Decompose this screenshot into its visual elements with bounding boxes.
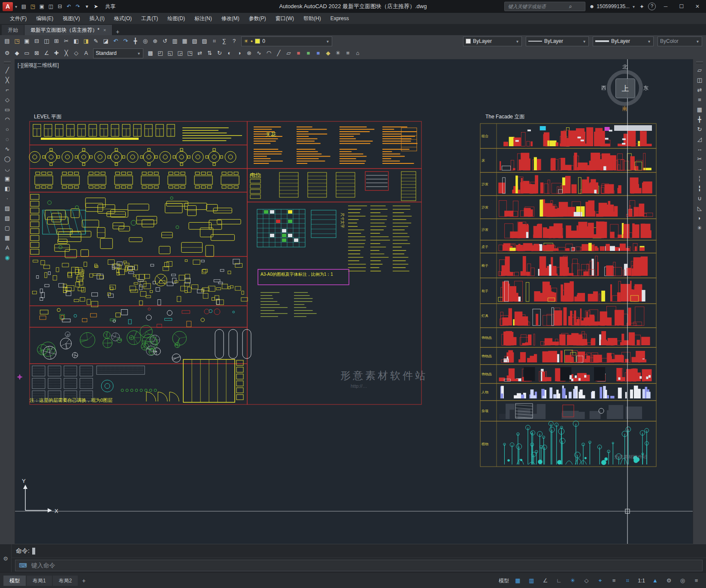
infer-icon[interactable]: ∠ bbox=[539, 576, 551, 586]
plotstyle-caret-icon[interactable]: ▾ bbox=[696, 39, 700, 44]
open-icon[interactable]: ◳ bbox=[12, 36, 22, 46]
command-input[interactable] bbox=[30, 561, 699, 569]
qat-dropdown-icon[interactable]: ▾ bbox=[82, 2, 91, 11]
trim-icon[interactable]: ✂ bbox=[695, 154, 705, 164]
viewcube[interactable]: 上 北 南 西 东 bbox=[601, 64, 649, 112]
match-properties-icon[interactable]: ✎ bbox=[91, 36, 101, 46]
yellow-tool-icon[interactable]: ◆ bbox=[323, 48, 333, 58]
lineweight-caret-icon[interactable]: ▾ bbox=[647, 39, 651, 44]
menu-item-2[interactable]: 视图(V) bbox=[58, 13, 85, 24]
text-style-caret-icon[interactable]: ▾ bbox=[137, 51, 141, 56]
break-icon[interactable]: ╏ bbox=[695, 184, 705, 193]
minimize-button[interactable]: ─ bbox=[660, 0, 672, 13]
menu-item-3[interactable]: 插入(I) bbox=[85, 13, 109, 24]
command-customize-button[interactable]: ⚙ bbox=[0, 544, 12, 573]
ucs-button-icon[interactable]: ⊗ bbox=[244, 48, 254, 58]
close-button[interactable]: ✕ bbox=[691, 0, 703, 13]
rectangle-icon[interactable]: ▭ bbox=[3, 105, 12, 115]
ellipse-icon[interactable]: ◯ bbox=[3, 154, 12, 164]
dyninput-icon[interactable]: ⌗ bbox=[621, 576, 634, 586]
sheet-set-icon[interactable]: ▨ bbox=[200, 36, 209, 46]
snap-icon[interactable]: ▥ bbox=[525, 576, 538, 586]
app-menu-button[interactable]: A bbox=[3, 2, 13, 11]
share-icon[interactable]: ➤ bbox=[91, 2, 100, 11]
point-style-icon[interactable]: ◉ bbox=[3, 253, 12, 262]
construction-line-icon[interactable]: ╳ bbox=[3, 75, 12, 85]
tab-close-icon[interactable]: × bbox=[103, 25, 106, 35]
menu-item-8[interactable]: 修改(M) bbox=[217, 13, 244, 24]
undo-icon[interactable]: ↶ bbox=[111, 36, 121, 46]
new-layout-button[interactable]: + bbox=[79, 577, 89, 584]
layer-walk-icon[interactable]: ◳ bbox=[185, 48, 195, 58]
menu-item-12[interactable]: Express bbox=[326, 13, 354, 24]
properties-icon[interactable]: ▥ bbox=[170, 36, 180, 46]
mtext-icon[interactable]: A bbox=[3, 243, 12, 253]
maximize-button[interactable]: ☐ bbox=[676, 0, 688, 13]
erase-alt-icon[interactable]: ╳ bbox=[61, 48, 71, 58]
model-space-label[interactable]: 模型 bbox=[497, 576, 510, 586]
isolate-icon[interactable]: ◎ bbox=[676, 576, 689, 586]
plot-style-icon[interactable]: ◲ bbox=[175, 48, 185, 58]
chamfer-icon[interactable]: ◺ bbox=[695, 204, 705, 213]
isodraft-icon[interactable]: ◇ bbox=[580, 576, 593, 586]
add-icon[interactable]: ✚ bbox=[52, 48, 61, 58]
copy-icon[interactable]: ◫ bbox=[695, 75, 705, 85]
line-edit-icon[interactable]: ╱ bbox=[274, 48, 284, 58]
viewcube-top-face[interactable]: 上 bbox=[615, 78, 635, 98]
menu-item-5[interactable]: 工具(T) bbox=[136, 13, 163, 24]
toolbar-grip[interactable] bbox=[4, 61, 11, 63]
polygon-icon[interactable]: ◇ bbox=[3, 95, 12, 105]
tool-palettes-icon[interactable]: ▧ bbox=[190, 36, 200, 46]
open-icon[interactable]: ◳ bbox=[28, 2, 37, 11]
designcenter-icon[interactable]: ▦ bbox=[180, 36, 190, 46]
home-view-icon[interactable]: ⌂ bbox=[353, 48, 363, 58]
measure-icon[interactable]: ∠ bbox=[42, 48, 52, 58]
move-icon[interactable]: ╋ bbox=[695, 115, 705, 124]
cart-icon[interactable]: ✦ bbox=[639, 3, 644, 10]
mirror-icon[interactable]: ⇄ bbox=[695, 85, 705, 95]
erase-icon[interactable]: ▱ bbox=[284, 48, 294, 58]
text-style-icon[interactable]: A bbox=[81, 48, 91, 58]
explode-icon[interactable]: ✳ bbox=[695, 223, 705, 233]
list-icon[interactable]: ≡ bbox=[343, 48, 353, 58]
gradient-icon[interactable]: ▧ bbox=[3, 214, 12, 223]
green-tool-icon[interactable]: ■ bbox=[303, 48, 313, 58]
account-button[interactable]: ☻ 1505999135... ▾ bbox=[589, 3, 636, 9]
shade-icon[interactable]: ◐ bbox=[224, 48, 234, 58]
color-caret-icon[interactable]: ▾ bbox=[515, 39, 519, 44]
workspace-icon[interactable]: ⚙ bbox=[2, 48, 12, 58]
save-icon[interactable]: ▣ bbox=[37, 2, 46, 11]
viewcube-east[interactable]: 东 bbox=[643, 84, 648, 92]
tab-start[interactable]: 开始 bbox=[2, 25, 24, 35]
polyline-icon[interactable]: ⌐ bbox=[3, 85, 12, 95]
table-icon[interactable]: ▦ bbox=[3, 233, 12, 243]
osnap-icon[interactable]: ⌖ bbox=[594, 576, 606, 586]
viewcube-south[interactable]: 南 bbox=[622, 105, 627, 112]
help-icon[interactable]: ? bbox=[229, 36, 239, 46]
qnew-icon[interactable]: ▤ bbox=[19, 2, 28, 11]
viewcube-north[interactable]: 北 bbox=[622, 63, 627, 71]
saveas-icon[interactable]: ◫ bbox=[46, 2, 55, 11]
erase-icon[interactable]: ▱ bbox=[695, 66, 705, 75]
selection-icon[interactable]: ▭ bbox=[22, 48, 32, 58]
gizmo-icon[interactable]: ◆ bbox=[12, 48, 22, 58]
layout-tab-0[interactable]: 模型 bbox=[3, 576, 26, 586]
arc-edit-icon[interactable]: ◠ bbox=[264, 48, 274, 58]
arc-icon[interactable]: ◠ bbox=[3, 115, 12, 124]
grid-icon[interactable]: ▦ bbox=[512, 576, 524, 586]
line-icon[interactable]: ╱ bbox=[3, 66, 12, 75]
menu-item-0[interactable]: 文件(F) bbox=[5, 13, 31, 24]
undo-icon[interactable]: ↶ bbox=[64, 2, 73, 11]
toolbar-grip[interactable] bbox=[696, 61, 703, 63]
group-icon[interactable]: ⊠ bbox=[32, 48, 42, 58]
create-block-icon[interactable]: ◧ bbox=[3, 184, 12, 193]
lineweight-icon[interactable]: ≡ bbox=[608, 576, 620, 586]
annotation-scale-icon[interactable]: ▲ bbox=[649, 576, 661, 586]
hatch-icon[interactable]: ▨ bbox=[3, 204, 12, 213]
block-editor-icon[interactable]: ◪ bbox=[101, 36, 111, 46]
scale-label[interactable]: 1:1 bbox=[635, 576, 648, 586]
paste-icon[interactable]: ◨ bbox=[81, 36, 91, 46]
menu-item-6[interactable]: 绘图(D) bbox=[163, 13, 190, 24]
fillet-icon[interactable]: ◗ bbox=[695, 214, 705, 223]
swap-icon[interactable]: ⇄ bbox=[195, 48, 205, 58]
